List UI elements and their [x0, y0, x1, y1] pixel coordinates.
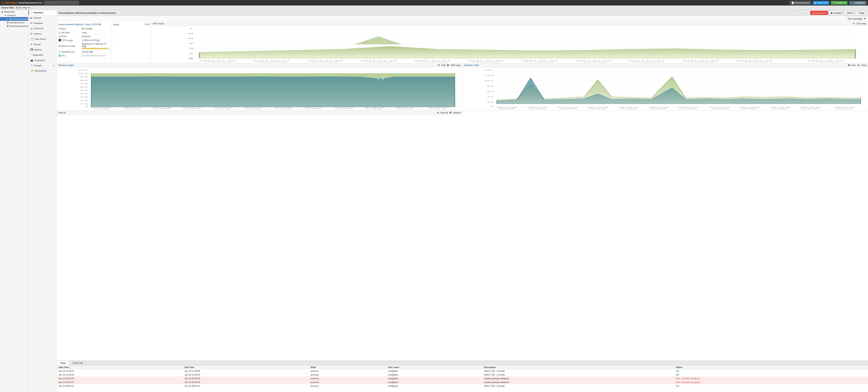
- svg-text:2021-01-23: 2021-01-23: [467, 60, 504, 61]
- vm-buttons: ▶ Start ⏻ Shutdown ▾ ▶ Console ▾ More: [799, 11, 866, 15]
- svg-text:2021-01-23: 2021-01-23: [428, 107, 448, 108]
- svg-text:11:21:00: 11:21:00: [651, 108, 666, 109]
- proxmox-icon: ▼: [4, 14, 6, 17]
- svg-text:11:27:00: 11:27:00: [525, 61, 553, 62]
- ram-legend-dot: [447, 64, 449, 66]
- memory-chart-svg: 11 G 10 G 9 G 8 G 7 G 6 G 5 G 4 G 3 G 2 …: [58, 68, 461, 110]
- col-status[interactable]: Status: [674, 365, 868, 369]
- svg-text:1 G: 1 G: [81, 103, 88, 104]
- svg-text:5 G: 5 G: [81, 90, 88, 91]
- help-button[interactable]: ? Help: [856, 11, 866, 15]
- svg-text:10 k: 10 k: [485, 80, 494, 82]
- svg-text:11:51:00: 11:51:00: [802, 108, 818, 109]
- nav-item-hardware[interactable]: ⚙ Hardware: [28, 21, 57, 26]
- disk-io-row: Disk IO diskread diskwrite: [57, 111, 868, 115]
- documentation-button[interactable]: 📄 Documentation: [790, 1, 811, 5]
- shutdown-button[interactable]: ⏻ Shutdown ▾: [810, 11, 828, 15]
- nav-item-backup[interactable]: 💾 Backup: [28, 47, 57, 52]
- svg-text:10:51:00: 10:51:00: [94, 108, 109, 109]
- logo-ve: Virtual Environment 6.3-2: [19, 2, 42, 4]
- col-description[interactable]: Description: [483, 365, 675, 369]
- sidebar-item-proxmox[interactable]: ▼ proxmox: [0, 13, 28, 17]
- nav-item-options[interactable]: ⚙ Options: [28, 31, 57, 36]
- network-chart-legend: netin netout: [848, 64, 867, 66]
- tab-tasks[interactable]: Tasks: [57, 361, 69, 365]
- snapshots-nav-icon: 📷: [30, 59, 33, 62]
- create-vm-button[interactable]: ▶ Create VM: [813, 1, 829, 5]
- notes-edit-icon[interactable]: ✎: [145, 23, 147, 26]
- svg-text:10:57:00: 10:57:00: [257, 61, 285, 62]
- nav-item-task-history[interactable]: 📋 Task History: [28, 36, 57, 42]
- hour-selector[interactable]: Hour (average): [846, 17, 866, 21]
- col-end-time[interactable]: End Time: [183, 365, 309, 369]
- ips-icon: 🌐: [58, 54, 61, 57]
- col-user[interactable]: User name: [386, 365, 483, 369]
- cpu-chart-body: 7 6 5 4 3 2 1 0: [151, 26, 868, 63]
- sidebar-item-local-lvm[interactable]: 🗄 local-lvm (proxmox): [0, 24, 28, 28]
- sidebar-item-local[interactable]: 🗄 local (proxmox): [0, 21, 28, 24]
- tab-cluster-log[interactable]: Cluster log: [69, 361, 86, 365]
- nav-item-snapshots[interactable]: 📷 Snapshots: [28, 58, 57, 63]
- status-row: ℹ Status running: [58, 27, 110, 31]
- svg-text:2021-01-23: 2021-01-23: [648, 107, 669, 108]
- sidebar-item-datacenter[interactable]: 🖧 Datacenter: [0, 10, 28, 13]
- netout-legend-dot: [858, 64, 859, 66]
- nav-item-monitor[interactable]: 👁 Monitor: [28, 42, 57, 47]
- svg-text:11:45:00: 11:45:00: [772, 108, 787, 109]
- sidebar-item-proxmox-label: proxmox: [7, 14, 16, 17]
- nav-item-monitor-label: Monitor: [34, 43, 41, 46]
- vm-title: Virtual Machine 100 (home-assistant) on …: [58, 12, 116, 14]
- svg-text:14 k: 14 k: [485, 69, 494, 71]
- create-ct-button[interactable]: 📦 Create CT: [831, 1, 848, 5]
- svg-text:11:57:00: 11:57:00: [430, 108, 446, 109]
- svg-text:11:45:00: 11:45:00: [366, 108, 382, 109]
- nav-item-replication[interactable]: ↕ Replication: [28, 52, 57, 58]
- svg-text:11:09:00: 11:09:00: [364, 61, 392, 62]
- more-button[interactable]: More ▾: [845, 11, 855, 15]
- server-view-select[interactable]: Server View: [14, 6, 31, 9]
- svg-text:4 G: 4 G: [81, 93, 88, 95]
- table-row: Jan 21 08:43:11Jan 21 08:43:14proxmoxroo…: [57, 384, 868, 388]
- nav-item-summary[interactable]: ≡ Summary: [28, 10, 57, 15]
- top-info-row: home-assistant (Uptime: 2 days 12:32:48)…: [57, 22, 868, 63]
- svg-text:2021-01-23: 2021-01-23: [628, 60, 665, 61]
- col-node[interactable]: Node: [309, 365, 386, 369]
- console-button[interactable]: ▶ Console ▾: [829, 11, 844, 15]
- summary-nav-icon: ≡: [31, 11, 32, 14]
- vm-toolbar: Virtual Machine 100 (home-assistant) on …: [57, 10, 868, 16]
- task-history-nav-icon: 📋: [30, 38, 33, 40]
- search-input[interactable]: [44, 1, 79, 5]
- col-start-time[interactable]: Start Time ↓: [57, 365, 183, 369]
- svg-text:10:57:00: 10:57:00: [529, 108, 545, 109]
- svg-text:2021-01-23: 2021-01-23: [557, 107, 578, 108]
- datacenter-icon: 🖧: [1, 10, 3, 13]
- svg-text:11:21:00: 11:21:00: [245, 108, 260, 109]
- svg-text:6 G: 6 G: [81, 86, 88, 88]
- shutdown-icon: ⏻: [812, 12, 815, 14]
- svg-text:2 k: 2 k: [487, 101, 493, 103]
- disk-io-panel: Disk IO diskread diskwrite: [57, 111, 462, 115]
- disk-io-legend: diskread diskwrite: [437, 112, 461, 114]
- svg-text:2021-01-23: 2021-01-23: [833, 107, 854, 108]
- nav-item-replication-label: Replication: [33, 54, 43, 56]
- start-button[interactable]: ▶ Start: [799, 11, 810, 15]
- svg-text:2021-01-23: 2021-01-23: [527, 107, 548, 108]
- sidebar-item-vm100[interactable]: ▷ 100 (home-assistant): [0, 17, 28, 21]
- logo-proxmox: PROXMOX: [5, 1, 18, 4]
- nav-item-firewall[interactable]: 🛡 Firewall ▶: [28, 63, 57, 68]
- notes-settings-icon[interactable]: ⚙: [147, 23, 149, 26]
- nav-item-cloud-init-label: Cloud-Init: [34, 27, 43, 30]
- nav-item-console[interactable]: ▶ Console: [28, 15, 57, 21]
- svg-marker-65: [91, 77, 455, 107]
- status-badge: OK: [674, 373, 868, 377]
- user-button[interactable]: 👤 root@pam: [849, 1, 866, 5]
- svg-text:11:57:00: 11:57:00: [836, 108, 851, 109]
- status-badge: OK: [674, 369, 868, 373]
- user-icon: 👤: [851, 2, 854, 4]
- nav-item-cloud-init[interactable]: ☁ Cloud-Init: [28, 26, 57, 31]
- svg-text:0: 0: [188, 58, 193, 59]
- options-nav-icon: ⚙: [30, 32, 33, 35]
- node-icon: 🖥: [58, 35, 61, 37]
- nav-item-permissions[interactable]: 🔑 Permissions: [28, 68, 57, 73]
- hardware-nav-icon: ⚙: [30, 22, 33, 25]
